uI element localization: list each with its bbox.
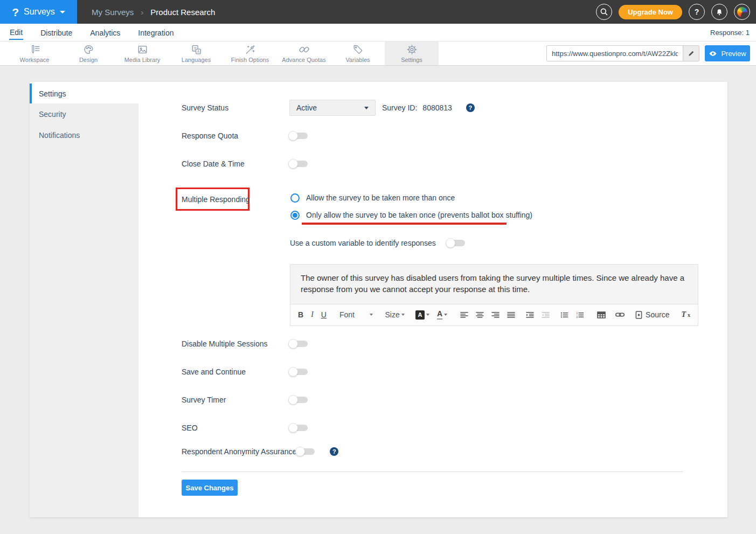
palette-icon xyxy=(82,44,95,56)
search-button[interactable] xyxy=(596,4,612,20)
italic-button[interactable]: I xyxy=(311,310,314,319)
tool-workspace[interactable]: Workspace xyxy=(8,41,61,65)
top-bar: ? Surveys My Surveys › Product Research … xyxy=(0,0,756,24)
save-and-continue-row: Save and Continue xyxy=(182,367,308,377)
chevron-down-icon xyxy=(370,314,373,316)
tool-finish-options[interactable]: Finish Options xyxy=(223,41,277,65)
editor-message-area[interactable]: The owner of this survey has disabled us… xyxy=(290,265,698,304)
text-color-icon: A xyxy=(437,310,442,319)
underline-button[interactable]: U xyxy=(321,310,327,319)
remove-format-button[interactable]: Tx xyxy=(681,310,690,319)
edit-url-button[interactable] xyxy=(683,46,699,61)
close-date-label: Close Date & Time xyxy=(182,159,289,168)
survey-status-label: Survey Status xyxy=(182,103,289,112)
pencil-icon xyxy=(688,50,695,57)
close-date-toggle[interactable] xyxy=(289,161,308,167)
module-tabs: Edit Distribute Analytics Integration Re… xyxy=(0,24,756,41)
chain-link-icon xyxy=(298,44,310,56)
breadcrumb-my-surveys[interactable]: My Surveys xyxy=(92,8,134,17)
survey-url-input[interactable] xyxy=(547,46,683,61)
bold-button[interactable]: B xyxy=(298,310,303,319)
respondent-anonymity-help-icon[interactable]: ? xyxy=(330,447,338,456)
tab-edit[interactable]: Edit xyxy=(9,25,23,40)
survey-id-label: Survey ID: xyxy=(382,103,417,112)
size-dropdown[interactable]: Size xyxy=(385,310,404,319)
breadcrumb: My Surveys › Product Research xyxy=(92,8,215,17)
background-color-button[interactable]: A xyxy=(415,310,429,320)
app-switcher[interactable]: ? Surveys xyxy=(0,0,77,24)
indent-button[interactable] xyxy=(526,311,534,318)
seo-toggle[interactable] xyxy=(289,425,308,431)
save-changes-button[interactable]: Save Changes xyxy=(182,480,238,496)
survey-id-value: 8080813 xyxy=(422,103,452,112)
font-dropdown[interactable]: Font xyxy=(339,310,373,319)
align-left-icon xyxy=(460,311,468,318)
numbered-list-button[interactable]: 12 xyxy=(576,311,584,318)
tool-design[interactable]: Design xyxy=(61,41,115,65)
tool-media-library[interactable]: Media Library xyxy=(115,41,169,65)
survey-status-select[interactable]: Active xyxy=(289,100,376,116)
annotation-red-box: Multiple Responding xyxy=(176,188,249,211)
custom-variable-label: Use a custom variable to identify respon… xyxy=(290,239,436,247)
save-and-continue-toggle[interactable] xyxy=(289,369,308,375)
bullet-list-icon xyxy=(560,311,568,318)
radio-only-once[interactable] xyxy=(290,211,300,220)
response-quota-row: Response Quota xyxy=(182,131,308,141)
align-right-button[interactable] xyxy=(491,311,500,318)
response-quota-label: Response Quota xyxy=(182,131,289,140)
align-center-button[interactable] xyxy=(476,311,484,318)
outdent-icon xyxy=(542,311,550,318)
disabled-message-editor: The owner of this survey has disabled us… xyxy=(290,264,698,326)
help-button[interactable]: ? xyxy=(689,4,705,20)
tab-analytics[interactable]: Analytics xyxy=(89,25,121,39)
respondent-anonymity-toggle[interactable] xyxy=(296,448,315,455)
search-icon xyxy=(600,8,608,16)
align-justify-icon xyxy=(507,311,515,318)
sidebar-item-settings[interactable]: Settings xyxy=(30,84,138,103)
seo-label: SEO xyxy=(182,424,289,432)
editor-toolbar: B I U Font Size A A xyxy=(290,304,698,325)
disable-multiple-sessions-row: Disable Multiple Sessions xyxy=(182,339,308,349)
user-avatar[interactable] xyxy=(734,4,750,20)
survey-id-help-icon[interactable]: ? xyxy=(466,103,475,112)
survey-status-row: Survey Status Active Survey ID: 8080813 … xyxy=(182,100,475,116)
outdent-button[interactable] xyxy=(542,311,550,318)
tool-languages[interactable]: 文 A Languages xyxy=(169,41,223,65)
text-color-button[interactable]: A xyxy=(437,310,447,319)
tool-advance-quotas[interactable]: Advance Quotas xyxy=(277,41,331,65)
chevron-down-icon xyxy=(401,314,405,316)
response-quota-toggle[interactable] xyxy=(289,133,308,139)
align-right-icon xyxy=(491,311,500,318)
disable-multiple-sessions-toggle[interactable] xyxy=(289,341,308,347)
tool-settings[interactable]: Settings xyxy=(385,41,439,65)
insert-link-button[interactable] xyxy=(615,312,625,317)
respondent-anonymity-label: Respondent Anonymity Assurance xyxy=(182,447,296,456)
eye-icon xyxy=(709,51,717,57)
save-and-continue-label: Save and Continue xyxy=(182,367,289,376)
tab-integration[interactable]: Integration xyxy=(137,25,174,39)
sidebar-background: Security Notifications xyxy=(30,103,138,517)
insert-table-button[interactable] xyxy=(597,311,606,318)
bottom-divider xyxy=(182,471,683,472)
tab-distribute[interactable]: Distribute xyxy=(40,25,73,39)
align-left-button[interactable] xyxy=(460,311,468,318)
chevron-down-icon xyxy=(444,314,447,316)
seo-row: SEO xyxy=(182,423,308,433)
sidebar-item-notifications[interactable]: Notifications xyxy=(30,124,138,145)
survey-timer-row: Survey Timer xyxy=(182,395,308,405)
survey-timer-toggle[interactable] xyxy=(289,397,308,403)
preview-button[interactable]: Preview xyxy=(705,45,750,61)
tool-variables[interactable]: Variables xyxy=(331,41,385,65)
custom-variable-toggle[interactable] xyxy=(447,240,465,246)
chevron-down-icon xyxy=(60,11,65,13)
sidebar-item-security[interactable]: Security xyxy=(30,103,138,124)
align-justify-button[interactable] xyxy=(507,311,515,318)
upgrade-now-button[interactable]: Upgrade Now xyxy=(619,5,682,19)
gear-icon xyxy=(406,44,418,56)
source-button[interactable]: Source xyxy=(635,310,669,319)
bullet-list-button[interactable] xyxy=(560,311,568,318)
radio-allow-more-than-once[interactable] xyxy=(290,193,300,203)
annotation-red-underline xyxy=(302,223,507,225)
notifications-button[interactable] xyxy=(711,4,727,20)
translate-icon: 文 A xyxy=(190,44,203,56)
